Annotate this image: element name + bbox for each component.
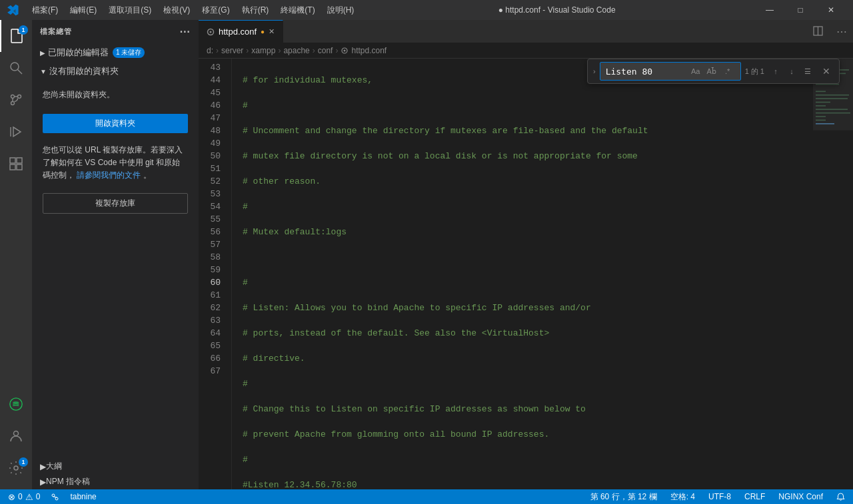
- split-editor-button[interactable]: [806, 20, 830, 43]
- vscode-logo-icon: [7, 4, 19, 16]
- line-num-44: 44: [199, 74, 221, 87]
- activity-explorer[interactable]: 1: [0, 20, 32, 52]
- activity-source-control[interactable]: [0, 84, 32, 116]
- svg-point-39: [52, 494, 55, 497]
- modified-indicator: ●: [261, 28, 265, 35]
- svg-point-2: [11, 95, 15, 99]
- breadcrumb-item-xampp[interactable]: xampp: [251, 46, 275, 55]
- svg-point-4: [11, 102, 15, 105]
- line-num-52: 52: [199, 175, 221, 188]
- tab-bar-actions: ⋯: [806, 20, 853, 43]
- explorer-badge: 1: [19, 25, 28, 35]
- svg-rect-7: [10, 158, 15, 163]
- menu-edit[interactable]: 編輯(E): [65, 3, 102, 17]
- breadcrumb-item-file[interactable]: httpd.conf: [351, 46, 387, 55]
- breadcrumb-sep-3: ›: [278, 46, 281, 55]
- breadcrumb-item-apache[interactable]: apache: [283, 46, 309, 55]
- find-input[interactable]: [606, 67, 686, 77]
- menu-help[interactable]: 說明(H): [322, 3, 360, 17]
- find-close-button[interactable]: ✕: [819, 64, 834, 79]
- sidebar: 檔案總管 ⋯ ▶ 已開啟的編輯器 1 未儲存 ▼ 沒有開啟的資料夾 您尚未開啟資…: [32, 20, 199, 489]
- minimap: [813, 59, 853, 489]
- find-prev-button[interactable]: ↑: [768, 64, 783, 79]
- line-num-50: 50: [199, 150, 221, 162]
- split-editor-icon: [813, 26, 824, 37]
- activity-spotify[interactable]: [0, 388, 32, 420]
- line-num-57: 57: [199, 238, 221, 251]
- menu-selection[interactable]: 選取項目(S): [103, 3, 157, 17]
- svg-point-3: [18, 95, 21, 99]
- breadcrumb-sep-5: ›: [335, 46, 338, 55]
- activity-bar: 1: [0, 20, 32, 489]
- svg-point-12: [14, 431, 19, 436]
- use-regex-button[interactable]: .*: [720, 64, 735, 79]
- menu-view[interactable]: 檢視(V): [158, 3, 195, 17]
- more-actions-button[interactable]: ⋯: [830, 20, 853, 43]
- outline-item[interactable]: ▶ 大綱: [32, 459, 199, 474]
- line-num-53: 53: [199, 188, 221, 200]
- code-line-57: # prevent Apache from glomming onto all …: [243, 428, 802, 441]
- code-editor[interactable]: # for individual mutexes, # # Uncomment …: [232, 59, 813, 489]
- breadcrumb-item-server[interactable]: server: [221, 46, 243, 55]
- svg-line-1: [18, 70, 23, 75]
- outline-arrow-icon: ▶: [40, 462, 46, 471]
- code-line-47: # other reason.: [243, 175, 802, 188]
- match-whole-word-button[interactable]: Ab̄: [704, 64, 719, 79]
- activity-search[interactable]: [0, 52, 32, 84]
- find-select-all-button[interactable]: ☰: [800, 64, 815, 79]
- line-num-63: 63: [199, 314, 221, 327]
- menu-goto[interactable]: 移至(G): [197, 3, 235, 17]
- sidebar-bottom: ▶ 大綱 ▶ NPM 指令稿: [32, 459, 199, 489]
- settings-badge: 1: [19, 457, 28, 467]
- svg-point-13: [14, 466, 18, 470]
- errors-status[interactable]: ⊗ 0 ⚠ 0: [5, 489, 43, 504]
- activity-settings[interactable]: 1: [0, 452, 32, 484]
- unsaved-count-badge: 1 未儲存: [113, 47, 145, 58]
- activity-extensions[interactable]: [0, 148, 32, 180]
- sidebar-more-icon[interactable]: ⋯: [179, 25, 191, 38]
- tab-httpd-conf[interactable]: httpd.conf ● ✕: [199, 20, 283, 43]
- match-case-button[interactable]: Aa: [688, 64, 703, 79]
- activity-run[interactable]: [0, 116, 32, 148]
- cursor-position-status[interactable]: 第 60 行，第 12 欄: [588, 489, 660, 504]
- open-folder-button[interactable]: 開啟資料夾: [43, 114, 188, 133]
- bell-icon: [836, 493, 845, 501]
- menu-terminal[interactable]: 終端機(T): [275, 3, 320, 17]
- tabnine-status[interactable]: tabnine: [67, 489, 99, 504]
- close-button[interactable]: ✕: [816, 0, 846, 20]
- source-control-status[interactable]: [48, 489, 62, 504]
- line-num-49: 49: [199, 137, 221, 150]
- find-next-button[interactable]: ↓: [784, 64, 799, 79]
- breadcrumb-item-conf[interactable]: conf: [318, 46, 333, 55]
- activity-account[interactable]: [0, 420, 32, 452]
- minimize-button[interactable]: —: [754, 0, 785, 20]
- no-folder-header[interactable]: ▼ 沒有開啟的資料夾: [32, 63, 199, 79]
- indentation-status[interactable]: 空格: 4: [668, 489, 698, 504]
- open-editors-header[interactable]: ▶ 已開啟的編輯器 1 未儲存: [32, 45, 199, 61]
- menu-run[interactable]: 執行(R): [237, 3, 275, 17]
- title-bar-left: 檔案(F) 編輯(E) 選取項目(S) 檢視(V) 移至(G) 執行(R) 終端…: [7, 3, 359, 17]
- code-line-55: #: [243, 378, 802, 390]
- minimap-visualization: [813, 59, 853, 489]
- maximize-button[interactable]: □: [785, 0, 816, 20]
- settings-file-breadcrumb-icon: [341, 47, 349, 55]
- encoding-status[interactable]: UTF-8: [706, 489, 734, 504]
- line-ending-status[interactable]: CRLF: [742, 489, 768, 504]
- code-line-59: #Listen 12.34.56.78:80: [243, 479, 802, 489]
- menu-file[interactable]: 檔案(F): [27, 3, 63, 17]
- notifications-status[interactable]: [834, 489, 848, 504]
- code-line-54: # directive.: [243, 352, 802, 365]
- line-num-55: 55: [199, 213, 221, 226]
- tab-close-icon[interactable]: ✕: [269, 27, 275, 36]
- breadcrumb-sep-2: ›: [246, 46, 249, 55]
- svg-point-40: [55, 497, 58, 500]
- breadcrumb-item-drive[interactable]: d:: [207, 46, 213, 55]
- svg-line-41: [53, 497, 57, 497]
- language-mode-status[interactable]: NGINX Conf: [776, 489, 826, 504]
- line-num-58: 58: [199, 251, 221, 264]
- docs-link[interactable]: 請參閱我們的文件: [77, 170, 141, 180]
- find-expand-icon[interactable]: ›: [593, 67, 596, 75]
- find-input-container: Aa Ab̄ .*: [600, 62, 741, 81]
- npm-scripts-item[interactable]: ▶ NPM 指令稿: [32, 474, 199, 489]
- clone-repo-button[interactable]: 複製存放庫: [43, 193, 188, 214]
